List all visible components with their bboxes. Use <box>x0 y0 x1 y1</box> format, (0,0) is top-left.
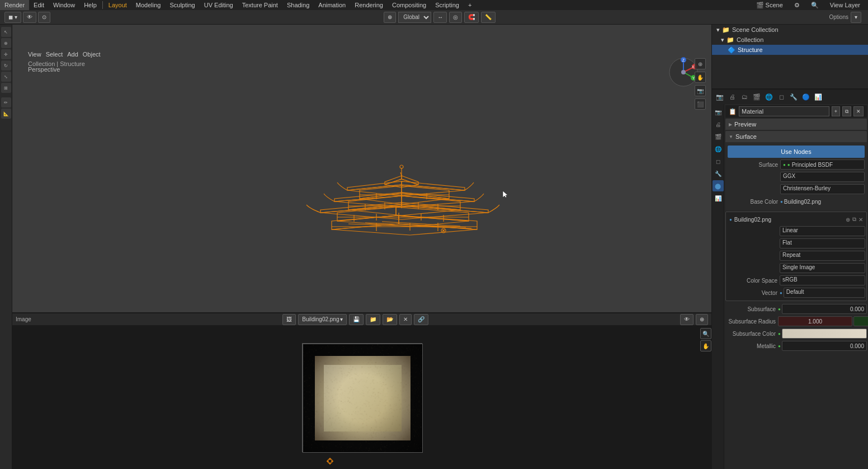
viewport-3d[interactable]: Perspective Collection | Structure View … <box>12 25 711 312</box>
image-save-btn[interactable]: 💾 <box>349 314 364 325</box>
add-btn[interactable]: Add <box>67 51 78 58</box>
cursor-btn[interactable]: ⊕ <box>384 12 396 23</box>
prop-icon-render[interactable]: 📷 <box>713 106 724 118</box>
material-delete-btn[interactable]: ✕ <box>853 106 864 116</box>
prop-tab-view-layer[interactable]: 🗂 <box>739 91 750 102</box>
tab-add[interactable]: + <box>464 0 476 10</box>
prop-tab-modifiers[interactable]: 🔧 <box>788 91 799 102</box>
tab-texture-paint[interactable]: Texture Paint <box>238 0 282 10</box>
transform-btn[interactable]: ↔ <box>433 12 447 23</box>
prop-icon-world[interactable]: 🌐 <box>713 143 724 154</box>
menu-edit[interactable]: Edit <box>29 0 49 10</box>
subsurface-input[interactable] <box>782 304 867 314</box>
metallic-input[interactable] <box>782 341 867 351</box>
transform-space-select[interactable]: Global <box>398 12 431 23</box>
object-btn[interactable]: Object <box>83 51 101 58</box>
image-view-btn[interactable]: 👁 <box>680 314 694 325</box>
subsurface-model-value[interactable]: Christensen-Burley <box>780 184 865 194</box>
image-texture-copy-btn[interactable]: ⧉ <box>852 216 856 223</box>
camera-btn[interactable]: 📷 <box>695 85 706 96</box>
subsurface-r-input[interactable] <box>778 316 852 326</box>
surface-type-value[interactable]: ● Principled BSDF <box>780 160 865 170</box>
flat-value[interactable]: Flat <box>780 238 865 248</box>
measure-btn[interactable]: 📏 <box>481 12 496 23</box>
tab-layout[interactable]: Layout <box>104 0 131 10</box>
tab-shading[interactable]: Shading <box>282 0 314 10</box>
select-btn[interactable]: Select <box>46 51 63 58</box>
mode-select-btn[interactable]: ◼ ▾ <box>4 12 21 23</box>
scene-selector[interactable]: 🎬 Scene <box>752 0 787 10</box>
tool-annotate[interactable]: ✏ <box>1 97 11 107</box>
image-texture-icons-btn[interactable]: ⊕ <box>846 217 850 223</box>
prop-tab-material[interactable]: 🔵 <box>800 91 812 102</box>
img-hand-btn[interactable]: ✋ <box>700 340 711 351</box>
subsurface-color-swatch[interactable] <box>782 329 867 339</box>
outliner-scene-collection[interactable]: ▾ 📁 Scene Collection <box>712 25 868 35</box>
tool-transform[interactable]: ⊞ <box>1 83 11 93</box>
tab-compositing[interactable]: Compositing <box>388 0 431 10</box>
image-folder-btn[interactable]: 📁 <box>366 314 380 325</box>
view-layer[interactable]: View Layer <box>825 0 865 10</box>
preview-header[interactable]: ▶ Preview <box>725 119 867 130</box>
prop-tab-scene[interactable]: 🎬 <box>751 91 762 102</box>
prop-tab-object[interactable]: ◻ <box>776 91 787 102</box>
image-name-btn[interactable]: Building02.png ▾ <box>298 314 347 325</box>
material-name-input[interactable] <box>739 106 829 116</box>
zoom-extents-btn[interactable]: ⊕ <box>695 58 706 69</box>
prop-icon-data[interactable]: 📊 <box>713 193 724 204</box>
tool-rotate[interactable]: ↻ <box>1 60 11 71</box>
color-space-value[interactable]: sRGB <box>780 275 865 285</box>
img-zoom-btn[interactable]: 🔍 <box>700 328 711 339</box>
material-copy-btn[interactable]: ⧉ <box>842 106 851 116</box>
hand-tool-btn[interactable]: ✋ <box>695 72 706 83</box>
render-engine[interactable]: ⚙ <box>790 0 804 10</box>
tool-measure[interactable]: 📐 <box>1 109 11 119</box>
tool-cursor[interactable]: ⊕ <box>1 38 11 48</box>
search-btn[interactable]: 🔍 <box>806 0 823 10</box>
proportional-edit-btn[interactable]: ◎ <box>449 12 462 23</box>
vector-value[interactable]: Default <box>784 288 865 298</box>
single-image-value[interactable]: Single Image <box>780 263 865 273</box>
render-preview-btn[interactable]: ⬛ <box>695 99 706 110</box>
prop-tab-world[interactable]: 🌐 <box>763 91 775 102</box>
tool-move[interactable]: ✛ <box>1 49 11 59</box>
prop-icon-modifier[interactable]: 🔧 <box>713 168 724 179</box>
prop-tab-data[interactable]: 📊 <box>813 91 824 102</box>
surface-header[interactable]: ▼ Surface <box>725 131 867 142</box>
image-texture-delete-btn[interactable]: ✕ <box>858 217 863 223</box>
tool-scale[interactable]: ⤡ <box>1 72 11 82</box>
tab-uv-editing[interactable]: UV Editing <box>200 0 238 10</box>
prop-icon-object[interactable]: ◻ <box>713 156 724 167</box>
outliner-collection[interactable]: ▾ 📁 Collection <box>712 35 868 45</box>
image-close-btn[interactable]: ✕ <box>399 314 412 325</box>
subsurface-g-input[interactable] <box>853 316 868 326</box>
image-type-btn[interactable]: 🖼 <box>282 314 296 325</box>
prop-tab-render[interactable]: 📷 <box>714 91 725 102</box>
material-add-btn[interactable]: + <box>832 106 840 116</box>
menu-render[interactable]: Render <box>0 0 29 10</box>
tab-animation[interactable]: Animation <box>314 0 350 10</box>
overlay-btn[interactable]: ⊙ <box>38 12 50 23</box>
image-link-btn[interactable]: 🔗 <box>414 314 428 325</box>
prop-icon-scene[interactable]: 🎬 <box>713 131 724 142</box>
prop-tab-output[interactable]: 🖨 <box>727 91 738 102</box>
image-zoom-btn[interactable]: ⊕ <box>696 314 708 325</box>
tab-sculpting[interactable]: Sculpting <box>165 0 199 10</box>
viewport-mode-btn[interactable]: 👁 <box>23 12 36 23</box>
repeat-value[interactable]: Repeat <box>780 251 865 261</box>
outliner-structure[interactable]: 🔷 Structure <box>712 45 868 55</box>
tab-modeling[interactable]: Modeling <box>131 0 166 10</box>
distribution-value[interactable]: GGX <box>780 172 865 182</box>
options-btn[interactable]: ▾ <box>851 12 861 23</box>
snap-btn[interactable]: 🧲 <box>464 12 479 23</box>
image-folder2-btn[interactable]: 📂 <box>383 314 397 325</box>
tab-scripting[interactable]: Scripting <box>431 0 464 10</box>
prop-icon-output[interactable]: 🖨 <box>713 119 724 130</box>
tab-rendering[interactable]: Rendering <box>350 0 388 10</box>
linear-value[interactable]: Linear <box>780 226 865 236</box>
menu-help[interactable]: Help <box>79 0 101 10</box>
prop-icon-material[interactable]: ⬤ <box>713 180 724 191</box>
view-btn[interactable]: View <box>28 51 41 58</box>
menu-window[interactable]: Window <box>49 0 79 10</box>
use-nodes-btn[interactable]: Use Nodes <box>728 146 865 158</box>
